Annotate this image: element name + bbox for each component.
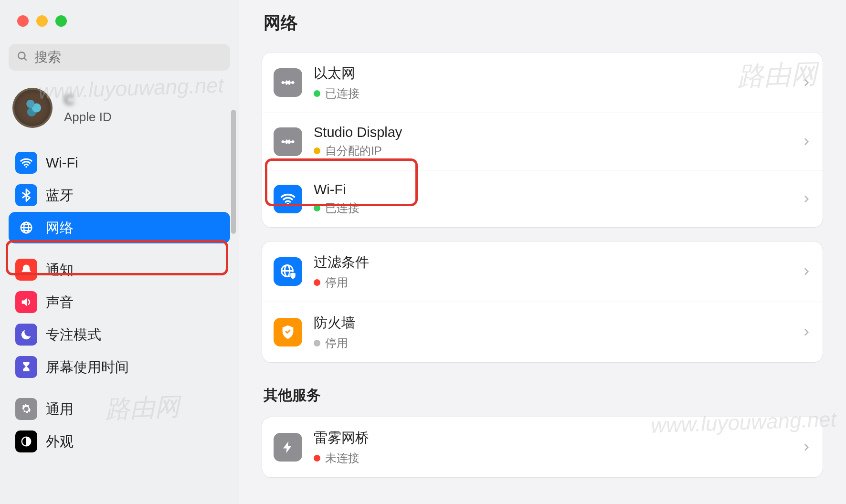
- chevron-right-icon: [802, 135, 811, 149]
- sidebar-item-label: 蓝牙: [46, 189, 74, 202]
- row-status: 已连接: [314, 200, 360, 216]
- network-row-filters[interactable]: 过滤条件 停用: [262, 242, 823, 302]
- window-controls: [17, 15, 230, 27]
- status-dot: [314, 147, 320, 154]
- sidebar-item-label: 屏幕使用时间: [46, 360, 129, 374]
- avatar: [12, 88, 53, 128]
- account-name: C: [64, 92, 112, 108]
- sidebar-item-appearance[interactable]: 外观: [9, 426, 230, 457]
- chevron-right-icon: [802, 440, 811, 454]
- ethernet-icon: [274, 127, 302, 156]
- sidebar-item-label: 外观: [46, 435, 74, 449]
- network-services-card: 过滤条件 停用 防火墙 停用: [262, 241, 823, 363]
- row-title: 以太网: [314, 64, 360, 83]
- page-title: 网络: [264, 11, 823, 35]
- wifi-icon: [15, 152, 37, 174]
- row-status: 自分配的IP: [314, 143, 402, 158]
- sidebar-item-label: 专注模式: [46, 328, 101, 342]
- chevron-right-icon: [802, 75, 811, 90]
- other-services-card: 雷雾网桥 未连接: [262, 417, 823, 478]
- network-row-studio-display[interactable]: Studio Display 自分配的IP: [262, 113, 823, 170]
- row-title: Studio Display: [314, 125, 402, 140]
- bell-icon: [15, 259, 37, 281]
- sidebar-item-notifications[interactable]: 通知: [9, 254, 230, 285]
- chevron-right-icon: [802, 264, 811, 279]
- network-row-wifi[interactable]: Wi-Fi 已连接: [262, 170, 823, 227]
- bluetooth-icon: [15, 184, 37, 206]
- firewall-icon: [274, 318, 302, 346]
- appearance-icon: [15, 430, 37, 452]
- minimize-button[interactable]: [36, 15, 48, 27]
- search-icon: [16, 50, 29, 64]
- sidebar-item-focus[interactable]: 专注模式: [9, 319, 230, 350]
- network-row-firewall[interactable]: 防火墙 停用: [262, 302, 823, 362]
- row-title: Wi-Fi: [314, 182, 360, 198]
- sidebar-item-screentime[interactable]: 屏幕使用时间: [9, 351, 230, 383]
- row-status: 停用: [314, 336, 355, 351]
- sound-icon: [15, 291, 37, 313]
- apple-id-row[interactable]: C Apple ID: [12, 88, 226, 128]
- sidebar: C Apple ID Wi-Fi 蓝牙: [0, 0, 239, 504]
- sidebar-item-sound[interactable]: 声音: [9, 286, 230, 318]
- status-dot: [314, 340, 320, 346]
- network-row-ethernet[interactable]: 以太网 已连接: [262, 52, 823, 113]
- sidebar-item-label: 声音: [46, 295, 74, 309]
- moon-icon: [15, 324, 37, 346]
- zoom-button[interactable]: [55, 15, 67, 27]
- sidebar-item-wifi[interactable]: Wi-Fi: [9, 147, 230, 178]
- sidebar-item-bluetooth[interactable]: 蓝牙: [9, 179, 230, 211]
- svg-point-0: [18, 52, 25, 59]
- sidebar-list: Wi-Fi 蓝牙 网络 通知: [9, 147, 230, 457]
- svg-point-5: [25, 273, 28, 275]
- status-dot: [314, 205, 320, 211]
- search-field[interactable]: [9, 44, 230, 71]
- row-status: 停用: [314, 275, 369, 290]
- globe-icon: [15, 217, 37, 239]
- sidebar-item-label: 通知: [46, 263, 74, 277]
- ethernet-icon: [274, 68, 302, 97]
- sidebar-item-general[interactable]: 通用: [9, 393, 230, 425]
- search-input[interactable]: [34, 50, 222, 65]
- gear-icon: [15, 398, 37, 420]
- chevron-right-icon: [802, 192, 811, 206]
- network-interfaces-card: 以太网 已连接 Studio Display: [262, 52, 823, 228]
- close-button[interactable]: [17, 15, 29, 27]
- svg-point-2: [25, 166, 27, 168]
- status-dot: [314, 90, 320, 97]
- section-heading-other: 其他服务: [264, 386, 823, 405]
- row-title: 过滤条件: [314, 253, 369, 272]
- bolt-icon: [274, 433, 302, 462]
- sidebar-scrollbar[interactable]: [231, 110, 236, 234]
- content-pane: 网络 以太网 已连接: [239, 0, 846, 504]
- sidebar-item-label: Wi-Fi: [46, 156, 78, 170]
- chevron-right-icon: [802, 325, 811, 339]
- globe-shield-icon: [274, 257, 302, 286]
- svg-line-1: [24, 58, 26, 60]
- row-status: 已连接: [314, 86, 360, 101]
- account-text: C Apple ID: [64, 92, 112, 125]
- row-title: 防火墙: [314, 314, 355, 333]
- row-title: 雷雾网桥: [314, 429, 369, 448]
- sidebar-item-label: 网络: [46, 221, 74, 235]
- sidebar-item-label: 通用: [46, 402, 74, 416]
- sidebar-item-network[interactable]: 网络: [9, 212, 230, 243]
- account-sub: Apple ID: [64, 110, 112, 125]
- wifi-icon: [274, 185, 302, 213]
- network-row-thunderbolt-bridge[interactable]: 雷雾网桥 未连接: [262, 417, 823, 477]
- row-status: 未连接: [314, 451, 369, 466]
- status-dot: [314, 455, 320, 462]
- status-dot: [314, 279, 320, 286]
- hourglass-icon: [15, 356, 37, 378]
- svg-point-11: [287, 203, 289, 205]
